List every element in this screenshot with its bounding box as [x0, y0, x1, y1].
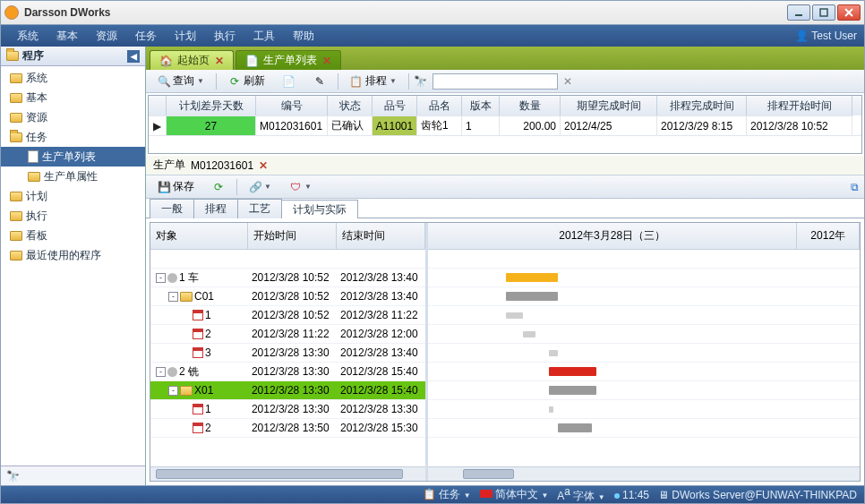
folder-icon	[6, 51, 19, 61]
collapse-sidebar-button[interactable]: ◀	[127, 50, 140, 63]
menu-基本[interactable]: 基本	[47, 29, 87, 44]
gantt-bar[interactable]	[549, 386, 596, 395]
sidebar-item-最近使用的程序[interactable]: 最近使用的程序	[1, 245, 145, 265]
shield-button[interactable]: 🛡▼	[283, 179, 318, 195]
gantt-day-2: 2012年	[797, 223, 860, 249]
detail-tab-计划与实际[interactable]: 计划与实际	[281, 200, 358, 218]
menu-系统[interactable]: 系统	[8, 29, 47, 44]
tree-toggle[interactable]: -	[168, 386, 178, 396]
close-button[interactable]	[837, 4, 861, 21]
tab-生产单列表[interactable]: 📄生产单列表✕	[236, 50, 341, 70]
minimize-button[interactable]	[787, 4, 810, 21]
schedule-row[interactable]: - 2 铣2012/3/28 13:302012/3/28 15:40	[150, 363, 425, 381]
sidebar-item-看板[interactable]: 看板	[1, 226, 145, 245]
save-button[interactable]: 💾 保存	[151, 177, 201, 196]
folder-icon	[10, 211, 22, 221]
gantt-bar[interactable]	[549, 406, 553, 413]
col-0[interactable]	[149, 96, 167, 115]
schedule-row[interactable]: 12012/3/28 13:302012/3/28 13:30	[150, 400, 425, 419]
sidebar-item-生产单列表[interactable]: 生产单列表	[1, 147, 145, 167]
refresh-detail-button[interactable]: ⟳	[206, 179, 231, 195]
col-3[interactable]: 状态	[328, 96, 373, 115]
detail-tab-header: 生产单 M012031601 ✕	[146, 156, 864, 175]
col-2[interactable]: 编号	[256, 96, 328, 115]
refresh-button[interactable]: ⟳ 刷新	[222, 72, 271, 90]
gantt-lane	[428, 419, 860, 438]
gantt-bar[interactable]	[549, 350, 558, 356]
folder-icon	[10, 192, 22, 201]
menu-工具[interactable]: 工具	[244, 29, 284, 44]
sidebar-item-计划[interactable]: 计划	[1, 186, 145, 206]
tree-toggle[interactable]: -	[168, 292, 178, 302]
current-user[interactable]: 👤 Test User	[795, 30, 857, 42]
schedule-button[interactable]: 📋 排程 ▼	[344, 72, 403, 90]
gantt-bar[interactable]	[523, 331, 535, 337]
tree-toggle[interactable]: -	[156, 273, 166, 283]
schedule-row[interactable]: 22012/3/28 11:222012/3/28 12:00	[150, 325, 425, 344]
close-detail-button[interactable]: ✕	[259, 159, 268, 172]
tree-toggle[interactable]: -	[156, 367, 166, 377]
app-icon	[4, 5, 19, 20]
query-button[interactable]: 🔍 查询 ▼	[151, 72, 210, 90]
detail-title-prefix: 生产单	[153, 158, 185, 173]
close-tab-button[interactable]: ✕	[215, 55, 224, 67]
document-tabs: 🏠起始页✕📄生产单列表✕	[146, 47, 864, 70]
gantt-bar[interactable]	[558, 423, 593, 432]
sidebar-tree: 系统基本资源任务生产单列表生产单属性计划执行看板最近使用的程序	[1, 66, 145, 466]
col-9[interactable]: 排程完成时间	[657, 96, 747, 115]
new-icon: 📄	[283, 75, 295, 88]
gantt-bar[interactable]	[549, 367, 596, 376]
close-tab-button[interactable]: ✕	[322, 55, 331, 67]
menu-bar: 系统基本资源任务计划执行工具帮助 👤 Test User	[0, 25, 865, 47]
window-buttons	[787, 4, 861, 21]
user-icon: 👤	[795, 30, 808, 42]
menu-任务[interactable]: 任务	[126, 29, 166, 44]
link-button[interactable]: 🔗▼	[243, 179, 278, 195]
schedule-row[interactable]: - C012012/3/28 10:522012/3/28 13:40	[150, 287, 425, 306]
sidebar-item-生产单属性[interactable]: 生产单属性	[1, 167, 145, 186]
detail-tab-一般[interactable]: 一般	[150, 199, 194, 218]
schedule-row[interactable]: - X012012/3/28 13:302012/3/28 15:40	[150, 381, 425, 400]
col-7[interactable]: 数量	[500, 96, 561, 115]
gantt-bar[interactable]	[506, 273, 558, 282]
menu-资源[interactable]: 资源	[87, 29, 126, 44]
menu-帮助[interactable]: 帮助	[284, 29, 323, 44]
tab-起始页[interactable]: 🏠起始页✕	[150, 50, 234, 70]
menu-执行[interactable]: 执行	[205, 29, 244, 44]
sidebar-item-执行[interactable]: 执行	[1, 206, 145, 226]
menu-计划[interactable]: 计划	[166, 29, 205, 44]
search-input[interactable]	[432, 73, 558, 90]
popout-button[interactable]: ⧉	[851, 181, 859, 193]
document-icon: 📄	[245, 55, 258, 67]
gantt-hscroll[interactable]	[428, 466, 860, 481]
new-button[interactable]: 📄	[277, 73, 302, 90]
sidebar-item-基本[interactable]: 基本	[1, 88, 145, 107]
col-1[interactable]: 计划差异天数	[167, 96, 256, 115]
detail-tabs: 一般排程工艺计划与实际	[146, 199, 864, 218]
schedule-row[interactable]: 22012/3/28 13:502012/3/28 15:30	[150, 419, 425, 438]
schedule-row[interactable]: 12012/3/28 10:522012/3/28 11:22	[150, 306, 425, 325]
binoculars-icon[interactable]: 🔭	[6, 470, 19, 483]
maximize-button[interactable]	[812, 4, 835, 21]
content-area: 🏠起始页✕📄生产单列表✕ 🔍 查询 ▼ ⟳ 刷新 📄 ✎ 📋 排程 ▼ 🔭	[146, 47, 864, 485]
sidebar-item-资源[interactable]: 资源	[1, 107, 145, 127]
schedule-hscroll[interactable]	[150, 466, 425, 481]
detail-tab-工艺[interactable]: 工艺	[237, 199, 282, 218]
col-10[interactable]: 排程开始时间	[747, 96, 852, 115]
gantt-bar[interactable]	[506, 292, 558, 301]
schedule-row[interactable]: 32012/3/28 13:302012/3/28 13:40	[150, 344, 425, 363]
col-6[interactable]: 版本	[462, 96, 500, 115]
clear-search-button[interactable]: ✕	[563, 75, 572, 88]
detail-tab-排程[interactable]: 排程	[193, 199, 238, 218]
home-icon: 🏠	[159, 55, 172, 67]
gantt-bar[interactable]	[506, 312, 523, 319]
sidebar-item-系统[interactable]: 系统	[1, 68, 145, 88]
col-4[interactable]: 品号	[373, 96, 417, 115]
col-8[interactable]: 期望完成时间	[561, 96, 657, 115]
sidebar-item-任务[interactable]: 任务	[1, 127, 145, 147]
schedule-row[interactable]: - 1 车2012/3/28 10:522012/3/28 13:40	[150, 269, 425, 287]
main-toolbar: 🔍 查询 ▼ ⟳ 刷新 📄 ✎ 📋 排程 ▼ 🔭 ✕	[146, 70, 864, 93]
col-5[interactable]: 品名	[417, 96, 462, 115]
edit-button[interactable]: ✎	[307, 73, 332, 90]
table-row[interactable]: ▶27M012031601已确认A11001齿轮11200.002012/4/2…	[149, 115, 861, 135]
